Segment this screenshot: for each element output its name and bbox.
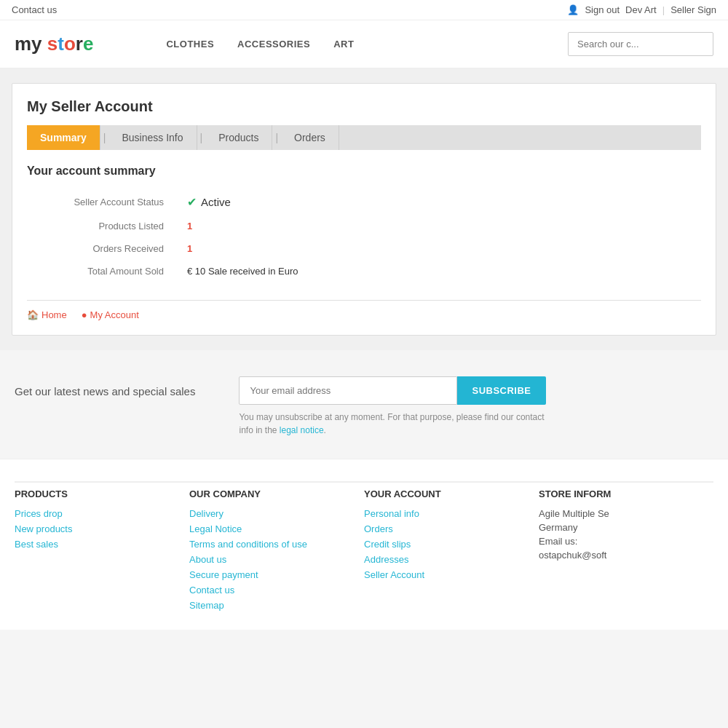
footer-orders[interactable]: Orders [364, 523, 524, 534]
products-footer-title: PRODUCTS [15, 488, 175, 499]
tab-orders[interactable]: Orders [281, 125, 339, 150]
store-country: Germany [539, 522, 699, 533]
tab-business-info[interactable]: Business Info [108, 125, 197, 150]
nav-accessories[interactable]: ACCESSORIES [237, 39, 310, 50]
subscribe-button[interactable]: SUBSCRIBE [457, 376, 545, 405]
search-area [568, 32, 713, 56]
sale-text: € 10 Sale received in Euro [187, 266, 298, 277]
newsletter-text: Get our latest news and special sales [15, 376, 195, 397]
footer-contact-us[interactable]: Contact us [189, 585, 349, 596]
footer-seller-account[interactable]: Seller Account [364, 569, 524, 580]
table-row: Seller Account Status ✔ Active [27, 189, 701, 215]
newsletter-form: SUBSCRIBE You may unsubscribe at any mom… [239, 376, 545, 437]
tab-products[interactable]: Products [205, 125, 272, 150]
tab-summary[interactable]: Summary [27, 125, 100, 150]
logo-t: t [58, 33, 64, 55]
search-input[interactable] [568, 32, 713, 56]
store-email: ostapchuk@soft [539, 550, 699, 561]
footer-account: YOUR ACCOUNT Personal info Orders Credit… [364, 488, 539, 615]
footer-divider [15, 481, 713, 483]
newsletter-row: Get our latest news and special sales SU… [15, 376, 713, 437]
tab-sep-1: | [100, 125, 109, 150]
footer-secure-payment[interactable]: Secure payment [189, 569, 349, 580]
orders-received-label: Orders Received [27, 237, 173, 260]
logo-my: my [15, 33, 47, 55]
total-sold-value: € 10 Sale received in Euro [173, 260, 701, 282]
top-bar-right: 👤 Sign out Dev Art | Seller Sign [567, 4, 716, 15]
nav-art[interactable]: ART [333, 39, 354, 50]
contact-us-link[interactable]: Contact us [12, 4, 57, 15]
company-footer-title: OUR COMPANY [189, 488, 349, 499]
status-active: ✔ Active [187, 195, 692, 209]
footer-credit-slips[interactable]: Credit slips [364, 539, 524, 550]
footer-sitemap[interactable]: Sitemap [189, 600, 349, 611]
logo-s: s [47, 33, 58, 55]
header: my store CLOTHES ACCESSORIES ART [0, 20, 728, 68]
person-icon: 👤 [567, 4, 579, 15]
unsubscribe-text: You may unsubscribe at any moment. For t… [239, 411, 545, 437]
store-name: Agile Multiple Se [539, 508, 699, 519]
footer-terms[interactable]: Terms and conditions of use [189, 539, 349, 550]
store-info-title: STORE INFORM [539, 488, 699, 499]
footer-personal-info[interactable]: Personal info [364, 508, 524, 519]
footer-prices-drop[interactable]: Prices drop [15, 508, 175, 519]
newsletter-inputs: SUBSCRIBE [239, 376, 545, 405]
top-bar: Contact us 👤 Sign out Dev Art | Seller S… [0, 0, 728, 20]
seller-signin-link[interactable]: Seller Sign [670, 4, 716, 15]
footer-best-sales[interactable]: Best sales [15, 539, 175, 550]
pipe-divider: | [662, 4, 665, 15]
breadcrumb-home[interactable]: 🏠 Home [27, 309, 67, 320]
footer-company: OUR COMPANY Delivery Legal Notice Terms … [189, 488, 364, 615]
table-row: Total Amount Sold € 10 Sale received in … [27, 260, 701, 282]
breadcrumb: 🏠 Home ● My Account [27, 300, 701, 320]
footer-store-info: STORE INFORM Agile Multiple Se Germany E… [539, 488, 713, 615]
footer-delivery[interactable]: Delivery [189, 508, 349, 519]
summary-table: Seller Account Status ✔ Active Products … [27, 189, 701, 282]
footer-legal-notice[interactable]: Legal Notice [189, 523, 349, 534]
legal-notice-link[interactable]: legal notice [280, 425, 324, 435]
footer: PRODUCTS Prices drop New products Best s… [0, 459, 728, 630]
logo[interactable]: my store [15, 33, 93, 55]
breadcrumb-my-account[interactable]: ● My Account [82, 309, 139, 320]
logo-r: r [76, 33, 83, 55]
tab-sep-3: | [272, 125, 281, 150]
status-label: Seller Account Status [27, 189, 173, 215]
tab-sep-2: | [197, 125, 206, 150]
table-row: Orders Received 1 [27, 237, 701, 260]
check-icon: ✔ [187, 195, 197, 209]
products-listed-value: 1 [173, 215, 701, 237]
footer-about-us[interactable]: About us [189, 554, 349, 565]
products-listed-label: Products Listed [27, 215, 173, 237]
total-sold-label: Total Amount Sold [27, 260, 173, 282]
account-card: My Seller Account Summary | Business Inf… [12, 83, 716, 336]
home-label: Home [41, 309, 67, 320]
account-title: My Seller Account [27, 98, 701, 115]
tabs: Summary | Business Info | Products | Ord… [27, 125, 701, 150]
circle-icon: ● [82, 309, 87, 320]
status-value: ✔ Active [173, 189, 701, 215]
store-email-label: Email us: [539, 536, 699, 547]
table-row: Products Listed 1 [27, 215, 701, 237]
account-footer-title: YOUR ACCOUNT [364, 488, 524, 499]
logo-o: o [64, 33, 76, 55]
devart-link[interactable]: Dev Art [625, 4, 657, 15]
main-content: My Seller Account Summary | Business Inf… [0, 68, 728, 350]
summary-content: Your account summary Seller Account Stat… [27, 165, 701, 282]
email-input[interactable] [239, 376, 457, 405]
my-account-label: My Account [90, 309, 139, 320]
newsletter-section: Get our latest news and special sales SU… [0, 350, 728, 459]
logo-e: e [83, 33, 93, 55]
status-text: Active [201, 196, 231, 208]
nav-clothes[interactable]: CLOTHES [166, 39, 214, 50]
footer-cols: PRODUCTS Prices drop New products Best s… [15, 488, 713, 615]
summary-title: Your account summary [27, 165, 701, 178]
orders-received-value: 1 [173, 237, 701, 260]
products-count: 1 [187, 221, 192, 232]
footer-addresses[interactable]: Addresses [364, 554, 524, 565]
signout-link[interactable]: Sign out [585, 4, 620, 15]
main-nav: CLOTHES ACCESSORIES ART [166, 39, 354, 50]
home-icon: 🏠 [27, 309, 39, 320]
orders-count: 1 [187, 243, 192, 254]
footer-new-products[interactable]: New products [15, 523, 175, 534]
footer-products: PRODUCTS Prices drop New products Best s… [15, 488, 189, 615]
